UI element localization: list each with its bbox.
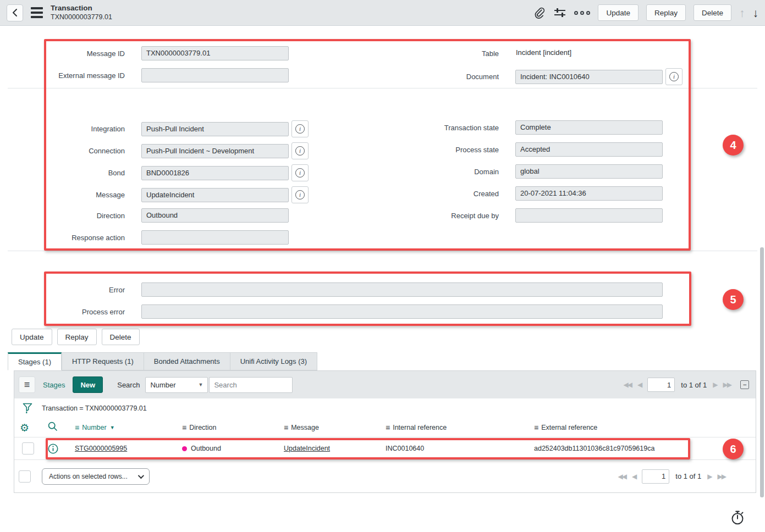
external-message-id-field[interactable] <box>141 68 289 82</box>
actions-on-selected-rows-select[interactable]: Actions on selected rows... <box>42 468 150 485</box>
list-menu-button[interactable]: ≡ <box>19 376 35 393</box>
pagination-range: to 1 of 1 <box>675 472 701 480</box>
replay-button[interactable]: Replay <box>646 4 686 21</box>
record-actions: Update Replay Delete <box>12 329 140 345</box>
column-header-external-reference[interactable]: ≡ External reference <box>531 423 756 432</box>
tab-bonded-attachments[interactable]: Bonded Attachments <box>144 352 230 370</box>
list-pagination-bottom: ◀◀ ◀ to 1 of 1 ▶ ▶▶ <box>618 469 725 484</box>
transaction-state-field[interactable]: Complete <box>515 120 663 135</box>
filter-breadcrumb[interactable]: Transaction = TXN0000003779.01 <box>42 404 147 412</box>
field-row-domain: Domain global <box>330 164 663 179</box>
personalize-form-icon[interactable] <box>553 7 566 19</box>
error-field[interactable] <box>141 282 663 297</box>
back-button[interactable] <box>7 4 23 21</box>
stage-message-link[interactable]: UpdateIncident <box>284 445 330 452</box>
pagination-range: to 1 of 1 <box>681 381 707 389</box>
first-page-icon[interactable]: ◀◀ <box>624 381 631 389</box>
search-column-select[interactable]: Number ▼ <box>145 377 208 393</box>
table-value: Incident [incident] <box>515 46 663 60</box>
select-all-checkbox[interactable] <box>19 470 31 483</box>
column-header-internal-reference[interactable]: ≡ Internal reference <box>382 423 531 432</box>
filter-funnel-icon[interactable] <box>22 402 33 414</box>
field-row-error: Error <box>0 282 663 297</box>
section-divider <box>8 88 757 88</box>
chevron-down-icon <box>138 472 144 478</box>
field-row-external-message-id: External message ID <box>0 68 289 82</box>
context-menu-icon[interactable] <box>31 7 43 18</box>
delete-button[interactable]: Delete <box>102 329 140 345</box>
message-id-field[interactable]: TXN0000003779.01 <box>141 46 289 60</box>
first-page-icon[interactable]: ◀◀ <box>618 473 626 480</box>
domain-field[interactable]: global <box>515 164 663 179</box>
bond-info-button[interactable]: i <box>291 164 309 181</box>
more-options-icon[interactable] <box>574 11 590 15</box>
next-page-icon[interactable]: ▶ <box>713 381 717 389</box>
field-row-created: Created 20-07-2021 11:04:36 <box>330 186 663 201</box>
field-row-table: Table Incident [incident] <box>330 46 663 60</box>
column-menu-icon: ≡ <box>386 423 390 432</box>
related-list-tabs: Stages (1) HTTP Requests (1) Bonded Atta… <box>8 352 317 370</box>
column-header-direction[interactable]: ≡ Direction <box>179 423 280 432</box>
last-page-icon[interactable]: ▶▶ <box>718 473 725 480</box>
column-header-number[interactable]: ≡ Number ▼ <box>71 423 179 432</box>
page-title: Transaction <box>51 4 112 13</box>
list-title[interactable]: Stages <box>43 381 65 389</box>
document-field[interactable]: Incident: INC0010640 <box>515 70 663 84</box>
created-label: Created <box>330 190 499 198</box>
search-label: Search <box>117 381 140 389</box>
next-record-icon[interactable]: ↓ <box>753 7 759 19</box>
response-action-field[interactable] <box>141 230 289 245</box>
update-button[interactable]: Update <box>12 329 52 345</box>
info-icon: i <box>669 72 679 81</box>
attachment-icon[interactable] <box>533 7 546 19</box>
page-number-input[interactable] <box>647 378 675 392</box>
integration-label: Integration <box>0 125 125 133</box>
collapse-list-icon[interactable]: − <box>740 380 749 389</box>
row-checkbox[interactable] <box>22 442 34 455</box>
process-error-field[interactable] <box>141 304 663 319</box>
integration-field[interactable]: Push-Pull Incident <box>141 122 289 136</box>
message-info-button[interactable]: i <box>291 186 309 203</box>
integration-info-button[interactable]: i <box>291 120 309 137</box>
update-button[interactable]: Update <box>598 4 639 21</box>
response-time-stopwatch-icon[interactable] <box>729 509 746 528</box>
field-row-response-action: Response action <box>0 230 289 245</box>
previous-page-icon[interactable]: ◀ <box>637 381 641 389</box>
bond-field[interactable]: BND0001826 <box>141 166 289 180</box>
field-row-integration: Integration Push-Pull Incident i <box>0 120 309 137</box>
next-page-icon[interactable]: ▶ <box>707 473 711 480</box>
search-input[interactable] <box>209 377 293 393</box>
field-row-bond: Bond BND0001826 i <box>0 164 309 181</box>
replay-button[interactable]: Replay <box>57 329 97 345</box>
connection-info-button[interactable]: i <box>291 142 309 159</box>
section-divider <box>8 251 757 251</box>
column-menu-icon: ≡ <box>534 423 538 432</box>
stage-number-link[interactable]: STG0000005995 <box>75 445 127 452</box>
receipt-due-by-field[interactable] <box>515 208 663 223</box>
direction-field[interactable]: Outbound <box>141 208 289 223</box>
column-header-message[interactable]: ≡ Message <box>280 423 382 432</box>
annotation-badge-5: 5 <box>723 289 744 310</box>
tab-stages[interactable]: Stages (1) <box>8 352 62 370</box>
tab-unifi-activity-logs[interactable]: Unifi Activity Logs (3) <box>230 352 317 370</box>
created-field[interactable]: 20-07-2021 11:04:36 <box>515 186 663 201</box>
new-button[interactable]: New <box>73 376 103 393</box>
previous-record-icon[interactable]: ↑ <box>739 7 745 19</box>
vertical-scrollbar[interactable] <box>760 247 764 497</box>
personalize-list-gear-icon[interactable]: ⚙ <box>14 423 38 433</box>
page-number-input[interactable] <box>642 469 669 484</box>
message-field[interactable]: UpdateIncident <box>141 188 289 202</box>
stages-list: ≡ Stages New Search Number ▼ ◀◀ ◀ to 1 o… <box>14 370 756 493</box>
process-state-field[interactable]: Accepted <box>515 142 663 157</box>
connection-field[interactable]: Push-Pull Incident ~ Development <box>141 144 289 158</box>
document-info-button[interactable]: i <box>665 68 683 85</box>
last-page-icon[interactable]: ▶▶ <box>723 381 731 389</box>
column-search-icon[interactable] <box>38 421 71 434</box>
stage-direction: Outbound <box>191 445 221 452</box>
previous-page-icon[interactable]: ◀ <box>632 473 636 480</box>
tab-http-requests[interactable]: HTTP Requests (1) <box>62 352 144 370</box>
delete-button[interactable]: Delete <box>694 4 731 21</box>
app-header: Transaction TXN0000003779.01 Update <box>0 0 765 26</box>
field-row-process-error: Process error <box>0 304 663 319</box>
row-info-icon[interactable] <box>38 443 71 455</box>
